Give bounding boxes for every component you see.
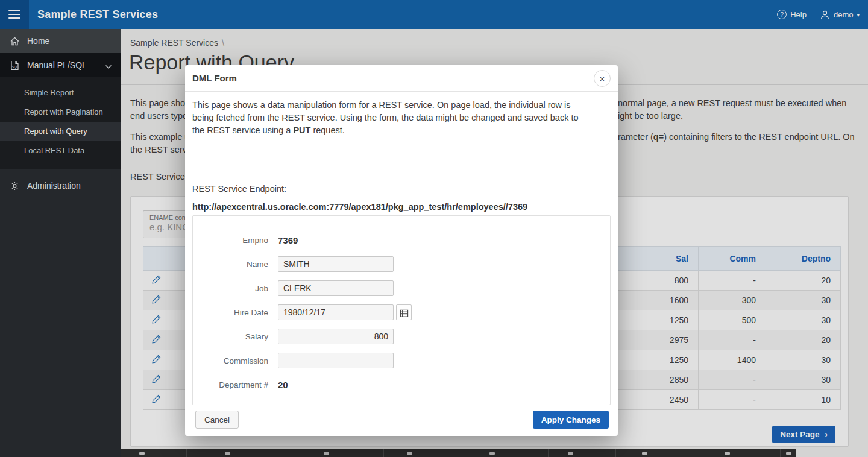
- form-row-hiredate: Hire Date: [193, 300, 610, 324]
- salary-field[interactable]: [278, 329, 394, 344]
- hiredate-field[interactable]: [278, 304, 394, 320]
- dml-form-dialog: DML Form × This page shows a data manipu…: [185, 65, 618, 436]
- form-row-name: Name: [193, 252, 610, 276]
- dialog-titlebar: DML Form ×: [185, 65, 618, 92]
- app-window: Sample REST Services ? Help demo ▾ Home: [0, 0, 868, 457]
- dialog-description: This page shows a data manipulation form…: [192, 99, 591, 137]
- form-row-job: Job: [193, 276, 610, 300]
- cancel-button[interactable]: Cancel: [195, 411, 239, 429]
- form-row-commission: Commission: [193, 348, 610, 373]
- dml-form: Empno 7369 Name Job Hire Date: [192, 215, 611, 405]
- form-row-salary: Salary: [193, 324, 610, 348]
- calendar-icon: [400, 309, 409, 318]
- empno-label: Empno: [193, 236, 268, 245]
- dialog-body: This page shows a data manipulation form…: [185, 92, 618, 403]
- deptno-label: Department #: [193, 380, 268, 389]
- endpoint-url: http://apexcentral.us.oracle.com:7779/ap…: [192, 202, 527, 212]
- name-label: Name: [193, 260, 268, 269]
- apply-changes-button[interactable]: Apply Changes: [533, 411, 609, 429]
- name-field[interactable]: [278, 256, 394, 272]
- date-picker-button[interactable]: [396, 304, 412, 320]
- job-field[interactable]: [278, 280, 394, 296]
- dialog-footer: Cancel Apply Changes: [185, 403, 618, 436]
- commission-field[interactable]: [278, 353, 394, 368]
- hiredate-label: Hire Date: [193, 308, 268, 317]
- dialog-title: DML Form: [192, 73, 237, 83]
- form-row-deptno: Department # 20: [193, 373, 610, 397]
- commission-label: Commission: [193, 356, 268, 365]
- close-button[interactable]: ×: [594, 70, 611, 87]
- empno-value: 7369: [278, 235, 298, 245]
- form-row-empno: Empno 7369: [193, 228, 610, 252]
- job-label: Job: [193, 284, 268, 293]
- salary-label: Salary: [193, 332, 268, 341]
- endpoint-label: REST Service Endpoint:: [192, 184, 286, 194]
- deptno-value: 20: [278, 380, 288, 390]
- close-icon: ×: [600, 74, 605, 84]
